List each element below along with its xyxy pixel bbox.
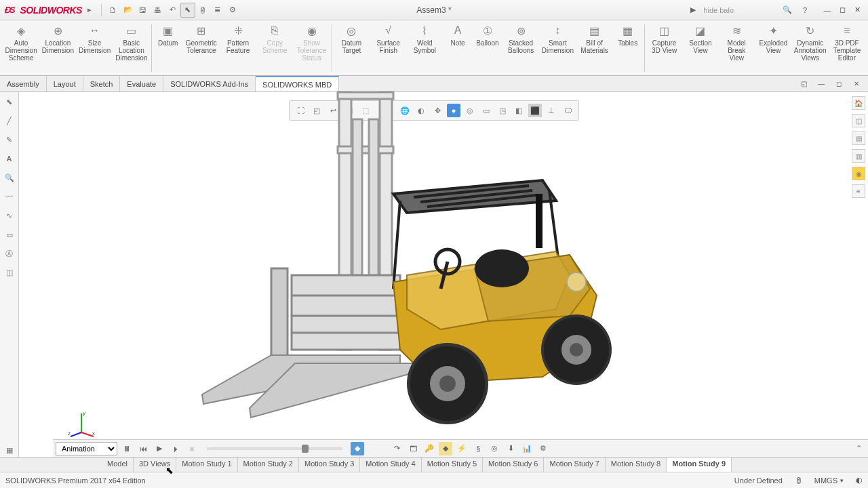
ribbon-3d-pdf-template-editor[interactable]: ≡3D PDF Template Editor [829,22,865,75]
ribbon-auto-dimension-scheme[interactable]: ◈Auto Dimension Scheme [3,22,39,75]
ribbon-size-dimension[interactable]: ↔Size Dimension [76,22,113,75]
options-button[interactable]: ≣ [210,3,225,18]
ribbon-label: Pattern Feature [222,39,254,54]
settings-button[interactable]: ⚙ [225,3,240,18]
panel-close-icon[interactable]: ✕ [849,77,864,92]
line-tool[interactable]: ╱ [3,114,16,127]
sketch-tool[interactable]: ✎ [3,133,16,146]
motion-type-select[interactable]: Animation [56,442,117,455]
search-icon[interactable]: 🔍 [780,3,795,18]
bottom-tab-motion-study-4[interactable]: Motion Study 4 [360,458,421,472]
zoom-tool[interactable]: 🔍 [3,171,16,184]
ribbon-section-view[interactable]: ◪Section View [683,22,718,75]
note-tool[interactable]: ▭ [3,228,16,241]
bottom-tab-motion-study-8[interactable]: Motion Study 8 [606,458,667,472]
collapse-up-icon[interactable]: ⌃ [852,442,865,455]
gravity-button[interactable]: ⬇ [504,442,517,455]
motion-settings-button[interactable]: ⚙ [536,442,550,455]
bottom-tab-motion-study-7[interactable]: Motion Study 7 [544,458,605,472]
file-explorer-icon[interactable]: ▥ [852,149,865,163]
model-forklift [190,65,631,445]
svg-point-34 [439,375,456,392]
ribbon-label: Smart Dimension [542,39,574,54]
bottom-tab-motion-study-2[interactable]: Motion Study 2 [238,458,299,472]
bottom-tab-model[interactable]: Model [102,458,134,472]
ribbon-datum[interactable]: ▣Datum [153,22,183,75]
calculate-button[interactable]: 🖩 [120,442,134,455]
bottom-tab-3d-views[interactable]: 3D Views [134,458,176,472]
rebuild-button[interactable]: 🛢 [195,3,210,18]
tab-sketch[interactable]: Sketch [83,76,121,92]
ribbon-label: Copy Scheme [259,39,290,54]
contact-button[interactable]: ◎ [488,442,501,455]
bottom-tab-motion-study-1[interactable]: Motion Study 1 [176,458,237,472]
view-palette-icon[interactable]: ◉ [852,167,865,180]
panel-min-icon[interactable]: — [814,77,829,92]
graphics-viewport[interactable]: ⬉ ╱ ✎ A 🔍 〰 ∿ ▭ Ⓐ ◫ ▦ ⛶ ◰ ↩ ◫ ⬚ ◉ 🌐 ◐ ✥ … [0,92,868,457]
close-button[interactable]: ✕ [850,4,864,16]
custom-icon[interactable]: ◐ [856,476,863,485]
spline-tool[interactable]: 〰 [3,190,16,203]
select-button[interactable]: ⬉ [180,3,195,18]
ribbon-exploded-view[interactable]: ✦Exploded View [755,22,791,75]
ribbon-icon: ▣ [161,23,176,38]
ribbon-label: Tables [618,39,637,47]
add-key-button[interactable]: ◆ [439,442,452,455]
orientation-triad[interactable]: y z x [68,409,95,436]
autokey-button[interactable]: 🔑 [422,442,436,455]
ribbon-capture-3d-view[interactable]: ◫Capture 3D View [646,22,682,75]
ribbon-location-dimension[interactable]: ⊕Location Dimension [39,22,76,75]
motor-button[interactable]: ⚡ [455,442,469,455]
units-label[interactable]: MMGS ▾ [814,476,844,485]
help-icon[interactable]: ? [797,3,812,18]
spring-button[interactable]: § [471,442,485,455]
play-icon[interactable]: ▶ [686,3,701,18]
undo-button[interactable]: ↶ [165,3,180,18]
bottom-tab-motion-study-6[interactable]: Motion Study 6 [483,458,544,472]
bottom-tab-motion-study-5[interactable]: Motion Study 5 [422,458,483,472]
new-doc-button[interactable]: 🗋 [106,3,121,18]
print-button[interactable]: 🖶 [151,3,165,18]
minimize-button[interactable]: — [821,4,834,16]
ribbon-icon: ◎ [344,23,359,38]
key-icon[interactable]: ◆ [351,442,364,455]
bottom-tab-motion-study-3[interactable]: Motion Study 3 [299,458,360,472]
resources-tab-icon[interactable]: ◫ [852,114,865,127]
ribbon-icon: ① [480,23,495,38]
design-lib-icon[interactable]: ▤ [852,131,865,145]
play-fwd-button[interactable]: ⏵ [169,442,182,455]
panel-collapse-icon[interactable]: ◱ [796,77,811,92]
play-start-button[interactable]: ⏮ [136,442,150,455]
table-tool[interactable]: ▦ [3,443,16,457]
playback-slider[interactable] [207,447,342,450]
bottom-tab-motion-study-9[interactable]: Motion Study 9 [667,458,732,472]
ribbon-basic-location-dimension[interactable]: ▭Basic Location Dimension [113,22,150,75]
cursor-tool[interactable]: ⬉ [3,95,16,108]
annotation-tool[interactable]: Ⓐ [3,247,16,260]
open-doc-button[interactable]: 📂 [121,3,136,18]
results-button[interactable]: 📊 [520,442,534,455]
ribbon-dynamic-annotation-views[interactable]: ↻Dynamic Annotation Views [792,22,829,75]
edit-target-icon[interactable]: 🛢 [795,476,802,485]
save-anim-button[interactable]: ↷ [390,442,403,455]
text-tool[interactable]: A [3,152,16,165]
save-button[interactable]: 🖫 [136,3,151,18]
expand-icon[interactable]: ▸ [82,3,97,18]
panel-max-icon[interactable]: ◻ [831,77,846,92]
play-button[interactable]: ▶ [153,442,166,455]
tab-assembly[interactable]: Assembly [0,76,47,92]
ribbon-label: Dynamic Annotation Views [794,39,827,62]
anim-wizard-button[interactable]: 🗔 [406,442,420,455]
ribbon-icon: ↔ [87,23,102,38]
stop-button[interactable]: ■ [185,442,199,455]
maximize-button[interactable]: ◻ [835,4,849,16]
tab-evaluate[interactable]: Evaluate [120,76,163,92]
curve-tool[interactable]: ∿ [3,209,16,222]
tab-layout[interactable]: Layout [47,76,83,92]
ribbon-model-break-view[interactable]: ≋Model Break View [718,22,755,75]
appearances-tab-icon[interactable]: ≡ [852,184,865,198]
measure-tool[interactable]: ◫ [3,266,16,279]
svg-rect-26 [536,194,542,248]
home-tab-icon[interactable]: 🏠 [852,96,865,110]
ribbon-label: Balloon [476,39,498,47]
